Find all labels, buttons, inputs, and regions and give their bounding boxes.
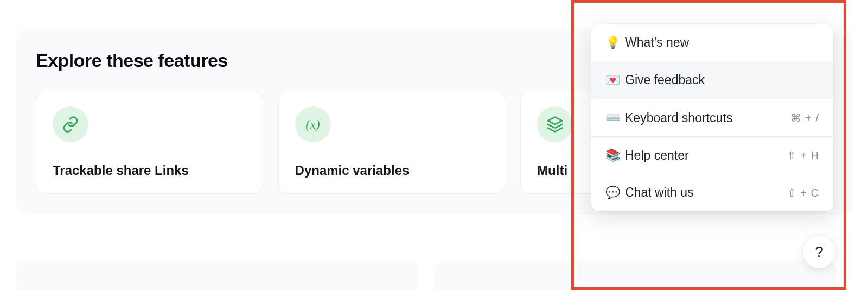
feature-card-label: Trackable share Links [53,163,246,178]
menu-item-label: Chat with us [625,185,787,200]
placeholder-card [434,261,837,290]
menu-item-chat-with-us[interactable]: 💬 Chat with us ⇧ + C [591,174,833,211]
feature-card-dynamic-variables[interactable]: (x) Dynamic variables [278,91,506,194]
link-icon [53,106,88,142]
menu-item-label: Give feedback [625,73,819,87]
feature-card-trackable-links[interactable]: Trackable share Links [36,91,263,194]
bottom-placeholder-row [16,261,837,290]
speech-bubble-icon: 💬 [605,186,625,200]
svg-marker-0 [548,117,563,124]
menu-item-give-feedback[interactable]: 💌 Give feedback [591,61,833,99]
lightbulb-icon: 💡 [605,36,625,50]
menu-item-label: Help center [625,148,787,163]
menu-item-keyboard-shortcuts[interactable]: ⌨️ Keyboard shortcuts ⌘ + / [591,99,833,136]
help-dropdown-menu: 💡 What's new 💌 Give feedback ⌨️ Keyboard… [591,24,833,211]
question-mark-icon: ? [815,243,824,261]
layers-icon [537,106,573,142]
menu-item-help-center[interactable]: 📚 Help center ⇧ + H [591,136,833,174]
placeholder-card [16,261,419,290]
love-letter-icon: 💌 [605,73,625,87]
menu-item-shortcut: ⇧ + H [787,149,819,162]
help-fab-button[interactable]: ? [803,236,835,268]
menu-item-shortcut: ⇧ + C [787,186,819,199]
menu-item-whats-new[interactable]: 💡 What's new [591,24,833,61]
feature-card-label: Dynamic variables [295,163,489,178]
menu-item-shortcut: ⌘ + / [790,111,819,124]
variable-icon: (x) [295,106,331,142]
books-icon: 📚 [605,148,625,162]
menu-item-label: What's new [625,35,819,50]
keyboard-icon: ⌨️ [605,111,625,125]
menu-item-label: Keyboard shortcuts [625,111,790,125]
